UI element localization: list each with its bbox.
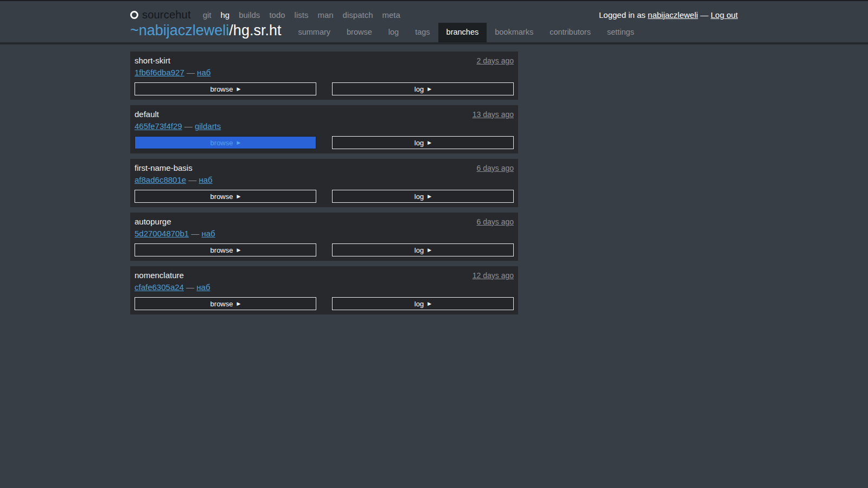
global-nav: git hg builds todo lists man dispatch me…	[203, 10, 400, 20]
meta-separator: —	[184, 121, 193, 131]
caret-right-icon: ▶	[427, 301, 431, 306]
nav-item-lists[interactable]: lists	[295, 10, 309, 20]
repo-owner-link[interactable]: ~nabijaczleweli	[130, 22, 229, 38]
tab-contributors[interactable]: contributors	[541, 23, 599, 42]
browse-button[interactable]: browse ▶	[135, 82, 316, 95]
repo-header-row: ~nabijaczleweli/hg.sr.ht summary browse …	[130, 23, 738, 42]
browse-button-label: browse	[210, 192, 233, 201]
author-link[interactable]: наб	[197, 68, 210, 77]
branch-meta: cfafe6305a24 — наб	[135, 282, 514, 292]
log-button-label: log	[414, 85, 424, 93]
caret-right-icon: ▶	[237, 194, 241, 199]
nav-item-git[interactable]: git	[203, 10, 212, 20]
tab-browse[interactable]: browse	[339, 23, 380, 42]
tab-log[interactable]: log	[380, 23, 407, 42]
commit-hash-link[interactable]: 1fb6f6dba927	[135, 68, 184, 77]
author-link[interactable]: наб	[199, 175, 212, 184]
global-nav-row: sourcehut git hg builds todo lists man d…	[130, 1, 738, 22]
branch-head: autopurge 6 days ago	[135, 217, 514, 226]
caret-right-icon: ▶	[427, 248, 431, 253]
nav-item-dispatch[interactable]: dispatch	[343, 10, 373, 20]
branch-meta: 5d27004870b1 — наб	[135, 229, 514, 238]
branch-age-link[interactable]: 6 days ago	[477, 217, 514, 226]
branch-head: default 13 days ago	[135, 110, 514, 119]
commit-hash-link[interactable]: 5d27004870b1	[135, 229, 189, 238]
branch-head: first-name-basis 6 days ago	[135, 163, 514, 172]
tab-bookmarks[interactable]: bookmarks	[487, 23, 541, 42]
meta-separator: —	[186, 282, 194, 292]
log-button[interactable]: log ▶	[332, 82, 514, 95]
tab-summary[interactable]: summary	[290, 23, 339, 42]
branch-age-link[interactable]: 12 days ago	[473, 271, 514, 280]
branches-list: short-skirt 2 days ago 1fb6f6dba927 — на…	[125, 44, 743, 314]
branch-card-autopurge: autopurge 6 days ago 5d27004870b1 — наб …	[130, 213, 518, 261]
logout-link[interactable]: Log out	[711, 10, 738, 20]
log-button[interactable]: log ▶	[332, 297, 514, 310]
caret-right-icon: ▶	[237, 248, 241, 253]
branch-head: nomenclature 12 days ago	[135, 271, 514, 280]
nav-item-builds[interactable]: builds	[239, 10, 260, 20]
repo-name-link[interactable]: /hg.sr.ht	[229, 22, 281, 38]
top-header: sourcehut git hg builds todo lists man d…	[0, 1, 868, 44]
browse-button-label: browse	[210, 85, 233, 93]
nav-item-meta[interactable]: meta	[382, 10, 400, 20]
branch-name: default	[135, 110, 159, 119]
browse-button-label: browse	[210, 246, 233, 254]
branch-age-link[interactable]: 13 days ago	[473, 110, 514, 119]
branch-meta: 1fb6f6dba927 — наб	[135, 68, 514, 77]
branch-actions: browse ▶ log ▶	[135, 190, 514, 203]
author-link[interactable]: наб	[196, 282, 210, 292]
caret-right-icon: ▶	[237, 87, 241, 92]
log-button[interactable]: log ▶	[332, 243, 514, 256]
caret-right-icon: ▶	[427, 194, 431, 199]
log-button[interactable]: log ▶	[332, 190, 514, 203]
tab-branches[interactable]: branches	[438, 23, 487, 42]
browse-button[interactable]: browse ▶	[135, 297, 316, 310]
log-button[interactable]: log ▶	[332, 136, 514, 149]
repo-tabs: summary browse log tags branches bookmar…	[290, 23, 642, 42]
branch-age-link[interactable]: 2 days ago	[477, 56, 514, 65]
session-info: Logged in as nabijaczleweli — Log out	[599, 10, 738, 20]
sourcehut-logo[interactable]: sourcehut	[130, 9, 191, 21]
log-button-label: log	[414, 300, 424, 308]
branch-age-link[interactable]: 6 days ago	[477, 164, 514, 172]
log-button-label: log	[414, 139, 424, 147]
author-link[interactable]: gildarts	[195, 121, 221, 131]
tab-settings[interactable]: settings	[599, 23, 642, 42]
branch-name: first-name-basis	[135, 163, 193, 172]
username-link[interactable]: nabijaczleweli	[648, 10, 698, 20]
nav-item-man[interactable]: man	[317, 10, 333, 20]
browse-button[interactable]: browse ▶	[135, 243, 316, 256]
meta-separator: —	[187, 68, 195, 77]
log-button-label: log	[414, 246, 424, 254]
branch-actions: browse ▶ log ▶	[135, 243, 514, 256]
branch-head: short-skirt 2 days ago	[135, 56, 514, 65]
session-separator: —	[698, 10, 711, 20]
page: sourcehut git hg builds todo lists man d…	[0, 1, 868, 314]
repo-title: ~nabijaczleweli/hg.sr.ht	[130, 23, 281, 42]
branch-name: nomenclature	[135, 271, 184, 280]
commit-hash-link[interactable]: af8ad6c8801e	[135, 175, 186, 184]
browse-button-label: browse	[210, 300, 233, 308]
nav-item-todo[interactable]: todo	[269, 10, 285, 20]
sourcehut-wordmark: sourcehut	[142, 9, 191, 21]
branch-card-first-name-basis: first-name-basis 6 days ago af8ad6c8801e…	[130, 159, 518, 207]
branch-meta: 465fe73f4f29 — gildarts	[135, 121, 514, 131]
commit-hash-link[interactable]: cfafe6305a24	[135, 282, 184, 292]
nav-item-hg[interactable]: hg	[220, 10, 229, 20]
meta-separator: —	[191, 229, 199, 238]
branch-name: autopurge	[135, 217, 171, 226]
caret-right-icon: ▶	[427, 87, 431, 92]
author-link[interactable]: наб	[201, 229, 215, 238]
branch-card-nomenclature: nomenclature 12 days ago cfafe6305a24 — …	[130, 266, 518, 314]
tab-tags[interactable]: tags	[407, 23, 438, 42]
session-prefix: Logged in as	[599, 10, 648, 20]
branch-name: short-skirt	[135, 56, 170, 65]
branch-actions: browse ▶ log ▶	[135, 297, 514, 310]
branch-card-short-skirt: short-skirt 2 days ago 1fb6f6dba927 — на…	[130, 52, 518, 100]
browse-button[interactable]: browse ▶	[135, 136, 316, 149]
branch-actions: browse ▶ log ▶	[135, 82, 514, 95]
commit-hash-link[interactable]: 465fe73f4f29	[135, 121, 182, 131]
browse-button[interactable]: browse ▶	[135, 190, 316, 203]
caret-right-icon: ▶	[237, 140, 241, 145]
